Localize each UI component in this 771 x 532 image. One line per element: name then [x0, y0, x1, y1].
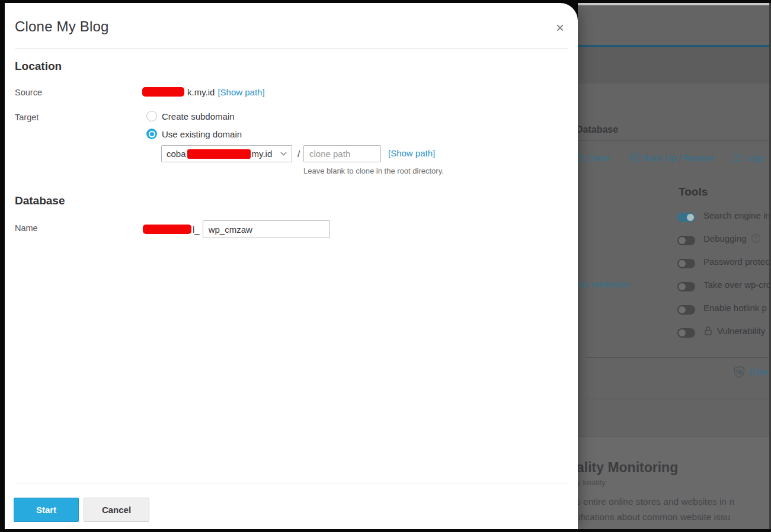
clone-icon: [578, 153, 583, 163]
koality-monitoring-card: ality Monitoring y koality s entire onli…: [578, 437, 771, 529]
clone-blog-dialog: Clone My Blog × Location Source k.my.id …: [5, 3, 578, 529]
path-separator: /: [297, 149, 300, 159]
target-domain-select[interactable]: coba my.id: [161, 145, 292, 162]
start-button[interactable]: Start: [14, 498, 79, 522]
koality-description-line1: s entire online stores and websites in n: [578, 496, 734, 507]
logs-icon: [732, 153, 742, 163]
location-heading: Location: [15, 60, 62, 73]
source-label: Source: [15, 88, 42, 97]
toggle-password-protection[interactable]: [677, 259, 695, 268]
card-divider-2: [586, 399, 771, 399]
redaction-db-prefix: [143, 225, 191, 234]
page-header-band: [578, 47, 771, 84]
toggle-password-protection-label: Password protec: [703, 257, 770, 267]
create-subdomain-label[interactable]: Create subdomain: [162, 111, 235, 121]
db-name-row: l_: [143, 219, 330, 239]
lock-icon: [703, 326, 713, 336]
svg-text:?: ?: [754, 235, 757, 242]
source-show-path-link[interactable]: [Show path]: [217, 87, 264, 97]
domain-suffix-text: my.id: [252, 149, 273, 159]
target-label: Target: [15, 113, 39, 122]
toggle-search-engine[interactable]: [677, 213, 695, 222]
card-divider-1: [586, 357, 771, 358]
check-security-link[interactable]: Check: [733, 366, 771, 378]
toolbar-logs-link[interactable]: Logs: [732, 153, 765, 163]
toggle-hotlink-protection-label: Enable hotlink p: [703, 303, 767, 313]
tab-bar-divider: [578, 140, 771, 141]
clone-path-help: Leave blank to clone in the root directo…: [303, 166, 444, 175]
toggle-wp-cron[interactable]: [677, 282, 695, 291]
help-icon[interactable]: ?: [751, 233, 761, 243]
use-existing-label[interactable]: Use existing domain: [162, 129, 242, 139]
create-subdomain-radio[interactable]: [146, 111, 157, 121]
footer-divider: [15, 483, 568, 483]
title-divider: [15, 48, 568, 49]
db-name-input[interactable]: [203, 220, 330, 238]
toggle-vulnerability[interactable]: [677, 328, 695, 338]
toolbar-clone-label: Clone: [587, 153, 610, 163]
target-show-path-link[interactable]: [Show path]: [388, 148, 435, 158]
domain-prefix-text: coba: [167, 149, 186, 159]
cancel-button[interactable]: Cancel: [84, 498, 149, 522]
db-name-label: Name: [15, 223, 38, 233]
close-icon[interactable]: ×: [552, 20, 568, 36]
database-heading: Database: [15, 194, 65, 207]
toggle-debugging[interactable]: [677, 236, 695, 245]
page-top-edge: [578, 3, 771, 5]
db-prefix-text: l_: [193, 225, 200, 235]
create-subdomain-option: Create subdomain: [146, 111, 235, 121]
redaction-source-domain: [142, 87, 184, 97]
toggle-wp-cron-label: Take over wp-cro: [703, 280, 771, 290]
toggle-debugging-label: Debugging ?: [703, 233, 761, 243]
toggle-search-engine-label: Search engine in: [703, 210, 770, 220]
toggle-vulnerability-label: Vulnerability: [703, 326, 765, 336]
chevron-down-icon: [280, 152, 287, 156]
dialog-title: Clone My Blog: [15, 18, 109, 35]
tab-database[interactable]: Database: [578, 124, 618, 135]
toggle-hotlink-protection[interactable]: [677, 305, 695, 315]
clone-path-input[interactable]: [303, 145, 381, 162]
security-measures-link[interactable]: rity measures: [578, 279, 630, 289]
source-value-row: k.my.id [Show path]: [142, 85, 265, 98]
toolbar-logs-label: Logs: [746, 153, 765, 163]
koality-byline: y koality: [578, 478, 606, 487]
backup-restore-icon: [629, 153, 639, 163]
dimmed-page-backdrop: Database Clone Back Up / Restore Logs To…: [578, 3, 771, 529]
toolbar-backup-label: Back Up / Restore: [642, 153, 715, 163]
koality-description-line2: tifications about common website issu: [578, 512, 730, 523]
redaction-target-domain: [187, 149, 251, 159]
use-existing-option: Use existing domain: [146, 129, 242, 139]
use-existing-radio[interactable]: [146, 129, 157, 139]
shield-check-icon: [733, 366, 746, 378]
koality-heading: ality Monitoring: [578, 460, 678, 476]
source-domain-text: k.my.id: [187, 87, 215, 97]
toolbar-backup-link[interactable]: Back Up / Restore: [629, 153, 715, 163]
tools-heading: Tools: [679, 185, 708, 198]
toolbar-clone-link[interactable]: Clone: [578, 153, 610, 163]
